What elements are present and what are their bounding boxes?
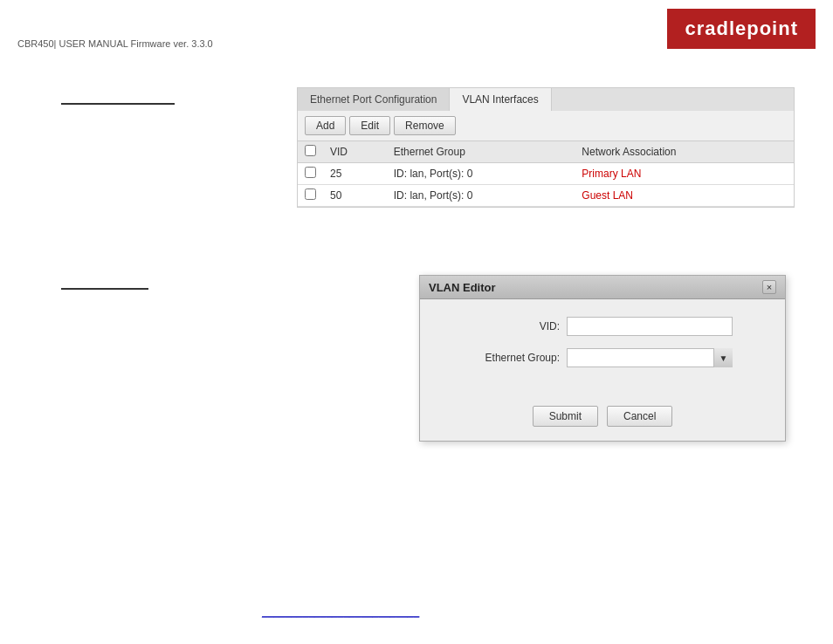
row-vid: 25	[323, 163, 387, 185]
eth-group-row: Ethernet Group: ▼	[446, 348, 759, 367]
table-row: 50 ID: lan, Port(s): 0 Guest LAN	[298, 185, 794, 207]
vid-label: VID:	[446, 320, 560, 332]
dialog-titlebar: VLAN Editor ×	[420, 276, 785, 299]
row-checkbox-cell	[298, 163, 323, 185]
vlan-editor-dialog: VLAN Editor × VID: Ethernet Group: ▼ Sub…	[419, 275, 786, 442]
section1-underline	[61, 103, 175, 105]
tab-ethernet-port[interactable]: Ethernet Port Configuration	[298, 88, 450, 111]
vid-input[interactable]	[567, 317, 733, 336]
dialog-body: VID: Ethernet Group: ▼	[420, 299, 785, 397]
col-eth-group: Ethernet Group	[387, 141, 575, 163]
col-vid: VID	[323, 141, 387, 163]
eth-group-select[interactable]	[567, 348, 733, 367]
header: CBR450| USER MANUAL Firmware ver. 3.3.0	[0, 0, 833, 61]
add-button[interactable]: Add	[305, 116, 346, 135]
select-all-checkbox[interactable]	[305, 145, 316, 156]
vlan-table: VID Ethernet Group Network Association 2…	[298, 141, 794, 207]
footer-link-text: ___________________________	[262, 606, 419, 618]
vid-row: VID:	[446, 317, 759, 336]
table-row: 25 ID: lan, Port(s): 0 Primary LAN	[298, 163, 794, 185]
edit-button[interactable]: Edit	[349, 116, 390, 135]
remove-button[interactable]: Remove	[394, 116, 456, 135]
table-header-row: VID Ethernet Group Network Association	[298, 141, 794, 163]
row-vid: 50	[323, 185, 387, 207]
row-eth-group: ID: lan, Port(s): 0	[387, 185, 575, 207]
row-eth-group: ID: lan, Port(s): 0	[387, 163, 575, 185]
manual-text: CBR450| USER MANUAL Firmware ver. 3.3.0	[17, 38, 213, 49]
dialog-footer: Submit Cancel	[420, 397, 785, 441]
submit-button[interactable]: Submit	[533, 406, 598, 427]
dialog-close-button[interactable]: ×	[762, 280, 776, 294]
tab-bar: Ethernet Port Configuration VLAN Interfa…	[298, 88, 794, 111]
vlan-panel: Ethernet Port Configuration VLAN Interfa…	[297, 87, 795, 208]
col-network: Network Association	[575, 141, 794, 163]
row-checkbox-cell	[298, 185, 323, 207]
row-checkbox[interactable]	[305, 167, 316, 178]
row-network: Primary LAN	[575, 163, 794, 185]
section2-underline	[61, 288, 148, 290]
cancel-button[interactable]: Cancel	[607, 406, 672, 427]
footer-link[interactable]: ___________________________	[262, 606, 419, 618]
row-network: Guest LAN	[575, 185, 794, 207]
eth-group-label: Ethernet Group:	[446, 352, 560, 364]
col-checkbox	[298, 141, 323, 163]
dialog-title: VLAN Editor	[429, 281, 496, 294]
panel-toolbar: Add Edit Remove	[298, 111, 794, 141]
tab-vlan-interfaces[interactable]: VLAN Interfaces	[450, 88, 551, 111]
row-checkbox[interactable]	[305, 188, 316, 200]
eth-group-select-wrapper: ▼	[567, 348, 733, 367]
